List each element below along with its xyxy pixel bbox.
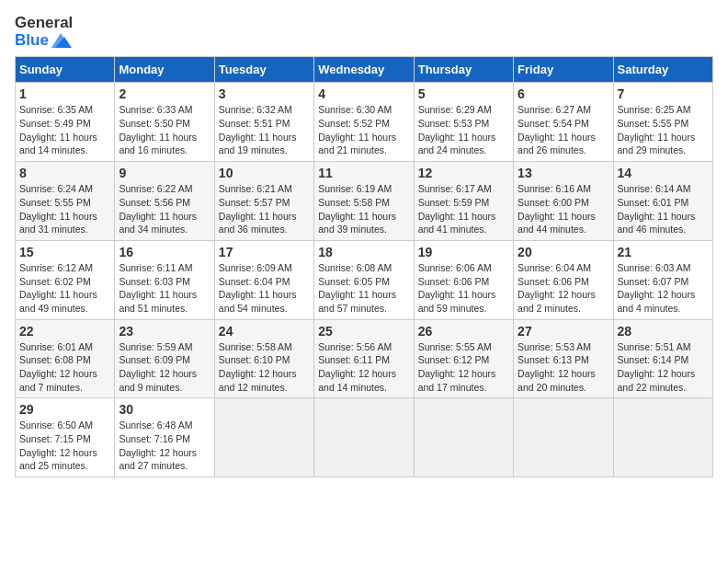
col-header-wednesday: Wednesday xyxy=(314,57,414,83)
day-number: 26 xyxy=(418,324,509,339)
calendar-cell-w0c4: 5Sunrise: 6:29 AM Sunset: 5:53 PM Daylig… xyxy=(414,83,513,162)
day-info: Sunrise: 6:24 AM Sunset: 5:55 PM Dayligh… xyxy=(19,182,110,236)
calendar-cell-w1c2: 10Sunrise: 6:21 AM Sunset: 5:57 PM Dayli… xyxy=(214,162,313,241)
calendar-cell-w4c5 xyxy=(514,398,613,477)
day-number: 13 xyxy=(518,166,609,180)
logo: General Blue xyxy=(15,15,73,49)
calendar-cell-w2c0: 15Sunrise: 6:12 AM Sunset: 6:02 PM Dayli… xyxy=(16,240,115,319)
calendar-cell-w0c2: 3Sunrise: 6:32 AM Sunset: 5:51 PM Daylig… xyxy=(214,83,313,162)
logo-general: General xyxy=(15,15,73,32)
day-number: 4 xyxy=(318,86,409,101)
day-info: Sunrise: 6:03 AM Sunset: 6:07 PM Dayligh… xyxy=(618,261,709,316)
calendar-cell-w1c3: 11Sunrise: 6:19 AM Sunset: 5:58 PM Dayli… xyxy=(314,162,414,241)
day-number: 14 xyxy=(618,166,709,180)
col-header-thursday: Thursday xyxy=(414,57,513,83)
day-info: Sunrise: 6:21 AM Sunset: 5:57 PM Dayligh… xyxy=(219,182,310,236)
day-info: Sunrise: 6:30 AM Sunset: 5:52 PM Dayligh… xyxy=(318,103,409,157)
day-number: 19 xyxy=(418,245,509,259)
calendar-cell-w2c4: 19Sunrise: 6:06 AM Sunset: 6:06 PM Dayli… xyxy=(414,240,513,319)
calendar-week-0: 1Sunrise: 6:35 AM Sunset: 5:49 PM Daylig… xyxy=(16,83,713,162)
day-info: Sunrise: 6:50 AM Sunset: 7:15 PM Dayligh… xyxy=(19,419,110,473)
header: General Blue xyxy=(15,15,713,49)
calendar-week-4: 29Sunrise: 6:50 AM Sunset: 7:15 PM Dayli… xyxy=(16,398,713,477)
calendar-cell-w1c6: 14Sunrise: 6:14 AM Sunset: 6:01 PM Dayli… xyxy=(613,162,712,241)
calendar-cell-w3c2: 24Sunrise: 5:58 AM Sunset: 6:10 PM Dayli… xyxy=(214,319,313,398)
day-number: 12 xyxy=(418,166,509,180)
day-info: Sunrise: 6:06 AM Sunset: 6:06 PM Dayligh… xyxy=(418,261,509,316)
calendar-body: 1Sunrise: 6:35 AM Sunset: 5:49 PM Daylig… xyxy=(16,83,713,477)
logo-blue: Blue xyxy=(15,32,73,50)
day-info: Sunrise: 5:58 AM Sunset: 6:10 PM Dayligh… xyxy=(219,340,310,395)
col-header-monday: Monday xyxy=(115,57,214,83)
calendar-cell-w4c0: 29Sunrise: 6:50 AM Sunset: 7:15 PM Dayli… xyxy=(16,398,115,477)
calendar-cell-w4c6 xyxy=(613,398,712,477)
day-number: 27 xyxy=(518,324,609,339)
calendar-cell-w0c0: 1Sunrise: 6:35 AM Sunset: 5:49 PM Daylig… xyxy=(16,83,115,162)
day-number: 23 xyxy=(119,324,210,339)
calendar-cell-w3c0: 22Sunrise: 6:01 AM Sunset: 6:08 PM Dayli… xyxy=(16,319,115,398)
day-info: Sunrise: 6:17 AM Sunset: 5:59 PM Dayligh… xyxy=(418,182,509,236)
day-number: 25 xyxy=(318,324,409,339)
day-info: Sunrise: 6:22 AM Sunset: 5:56 PM Dayligh… xyxy=(119,182,210,236)
col-header-saturday: Saturday xyxy=(613,57,712,83)
day-number: 28 xyxy=(618,324,709,339)
day-number: 29 xyxy=(19,402,110,417)
day-number: 21 xyxy=(618,245,709,259)
calendar-cell-w2c5: 20Sunrise: 6:04 AM Sunset: 6:06 PM Dayli… xyxy=(514,240,613,319)
day-info: Sunrise: 5:51 AM Sunset: 6:14 PM Dayligh… xyxy=(618,340,709,395)
day-info: Sunrise: 6:19 AM Sunset: 5:58 PM Dayligh… xyxy=(318,182,409,236)
day-number: 16 xyxy=(119,245,210,259)
calendar-cell-w3c6: 28Sunrise: 5:51 AM Sunset: 6:14 PM Dayli… xyxy=(613,319,712,398)
calendar-cell-w1c4: 12Sunrise: 6:17 AM Sunset: 5:59 PM Dayli… xyxy=(414,162,513,241)
calendar-cell-w2c2: 17Sunrise: 6:09 AM Sunset: 6:04 PM Dayli… xyxy=(214,240,313,319)
day-info: Sunrise: 6:09 AM Sunset: 6:04 PM Dayligh… xyxy=(219,261,310,316)
day-info: Sunrise: 6:35 AM Sunset: 5:49 PM Dayligh… xyxy=(19,103,110,157)
day-number: 10 xyxy=(219,166,310,180)
calendar-cell-w4c2 xyxy=(214,398,313,477)
calendar-week-1: 8Sunrise: 6:24 AM Sunset: 5:55 PM Daylig… xyxy=(16,162,713,241)
day-info: Sunrise: 5:53 AM Sunset: 6:13 PM Dayligh… xyxy=(518,340,609,395)
day-number: 5 xyxy=(418,86,509,101)
day-number: 24 xyxy=(219,324,310,339)
calendar-cell-w3c5: 27Sunrise: 5:53 AM Sunset: 6:13 PM Dayli… xyxy=(514,319,613,398)
calendar-cell-w2c6: 21Sunrise: 6:03 AM Sunset: 6:07 PM Dayli… xyxy=(613,240,712,319)
calendar-cell-w3c3: 25Sunrise: 5:56 AM Sunset: 6:11 PM Dayli… xyxy=(314,319,414,398)
calendar-header-row: SundayMondayTuesdayWednesdayThursdayFrid… xyxy=(16,57,713,83)
day-info: Sunrise: 6:25 AM Sunset: 5:55 PM Dayligh… xyxy=(618,103,709,157)
calendar-cell-w3c1: 23Sunrise: 5:59 AM Sunset: 6:09 PM Dayli… xyxy=(115,319,214,398)
calendar-cell-w0c6: 7Sunrise: 6:25 AM Sunset: 5:55 PM Daylig… xyxy=(613,83,712,162)
calendar-cell-w0c5: 6Sunrise: 6:27 AM Sunset: 5:54 PM Daylig… xyxy=(514,83,613,162)
calendar-cell-w1c0: 8Sunrise: 6:24 AM Sunset: 5:55 PM Daylig… xyxy=(16,162,115,241)
calendar-cell-w3c4: 26Sunrise: 5:55 AM Sunset: 6:12 PM Dayli… xyxy=(414,319,513,398)
day-info: Sunrise: 6:04 AM Sunset: 6:06 PM Dayligh… xyxy=(518,261,609,316)
col-header-friday: Friday xyxy=(514,57,613,83)
day-number: 18 xyxy=(318,245,409,259)
day-number: 22 xyxy=(19,324,110,339)
day-info: Sunrise: 6:12 AM Sunset: 6:02 PM Dayligh… xyxy=(19,261,110,316)
calendar-cell-w2c1: 16Sunrise: 6:11 AM Sunset: 6:03 PM Dayli… xyxy=(115,240,214,319)
calendar-week-3: 22Sunrise: 6:01 AM Sunset: 6:08 PM Dayli… xyxy=(16,319,713,398)
calendar-cell-w1c5: 13Sunrise: 6:16 AM Sunset: 6:00 PM Dayli… xyxy=(514,162,613,241)
calendar-table: SundayMondayTuesdayWednesdayThursdayFrid… xyxy=(15,56,713,477)
day-info: Sunrise: 5:55 AM Sunset: 6:12 PM Dayligh… xyxy=(418,340,509,395)
calendar-cell-w2c3: 18Sunrise: 6:08 AM Sunset: 6:05 PM Dayli… xyxy=(314,240,414,319)
day-number: 8 xyxy=(19,166,110,180)
day-info: Sunrise: 6:29 AM Sunset: 5:53 PM Dayligh… xyxy=(418,103,509,157)
day-number: 20 xyxy=(518,245,609,259)
day-info: Sunrise: 6:48 AM Sunset: 7:16 PM Dayligh… xyxy=(119,419,210,473)
calendar-cell-w0c3: 4Sunrise: 6:30 AM Sunset: 5:52 PM Daylig… xyxy=(314,83,414,162)
calendar-cell-w4c3 xyxy=(314,398,414,477)
day-number: 1 xyxy=(19,86,110,101)
day-number: 6 xyxy=(518,86,609,101)
col-header-sunday: Sunday xyxy=(16,57,115,83)
day-info: Sunrise: 5:59 AM Sunset: 6:09 PM Dayligh… xyxy=(119,340,210,395)
calendar-cell-w4c4 xyxy=(414,398,513,477)
day-number: 2 xyxy=(119,86,210,101)
day-number: 17 xyxy=(219,245,310,259)
day-info: Sunrise: 6:08 AM Sunset: 6:05 PM Dayligh… xyxy=(318,261,409,316)
day-info: Sunrise: 6:27 AM Sunset: 5:54 PM Dayligh… xyxy=(518,103,609,157)
logo-text-block: General Blue xyxy=(15,15,73,49)
day-number: 11 xyxy=(318,166,409,180)
day-number: 30 xyxy=(119,402,210,417)
day-number: 7 xyxy=(618,86,709,101)
